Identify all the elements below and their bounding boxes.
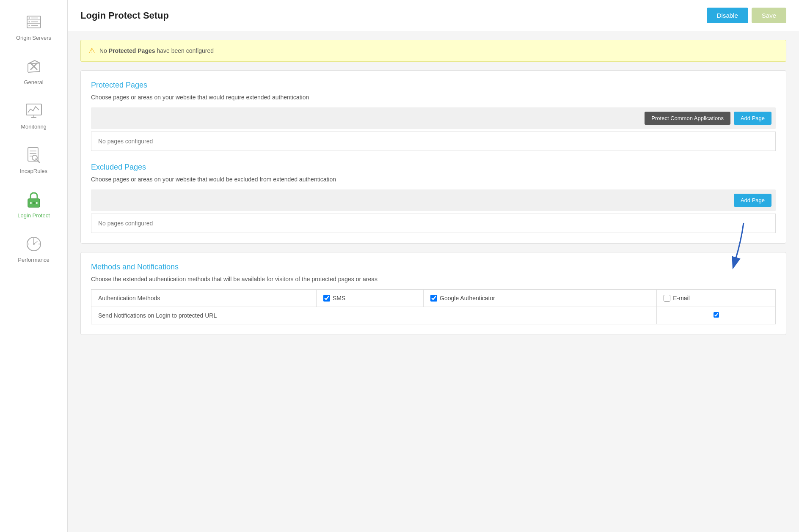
- auth-methods-label: Authentication Methods: [91, 290, 317, 307]
- sidebar-item-origin-servers[interactable]: Origin Servers: [0, 4, 67, 49]
- google-auth-label[interactable]: Google Authenticator: [430, 295, 650, 302]
- sidebar: Origin Servers General: [0, 0, 68, 532]
- warning-banner: ⚠ No Protected Pages have been configure…: [80, 40, 786, 62]
- warning-icon: ⚠: [88, 46, 95, 55]
- svg-point-4: [28, 21, 30, 22]
- sidebar-label-performance: Performance: [18, 257, 49, 263]
- svg-point-3: [28, 17, 30, 19]
- svg-point-30: [36, 202, 38, 204]
- main-content: Login Protect Setup Disable Save ⚠ No Pr…: [68, 0, 799, 532]
- svg-line-14: [28, 71, 40, 72]
- email-cell: E-mail: [657, 290, 776, 307]
- svg-line-10: [35, 60, 40, 63]
- sidebar-label-login-protect: Login Protect: [17, 212, 50, 219]
- google-auth-text: Google Authenticator: [440, 295, 495, 302]
- page-title: Login Protect Setup: [80, 10, 169, 21]
- methods-notifications-desc: Choose the extended authentication metho…: [91, 276, 776, 282]
- excluded-pages-add-button[interactable]: Add Page: [734, 194, 771, 207]
- disable-button[interactable]: Disable: [707, 8, 748, 23]
- email-text: E-mail: [673, 295, 690, 302]
- protected-pages-title: Protected Pages: [91, 81, 776, 90]
- protected-pages-empty: No pages configured: [91, 132, 776, 151]
- protected-pages-card: Protected Pages Choose pages or areas on…: [80, 70, 786, 244]
- sidebar-item-login-protect[interactable]: Login Protect: [0, 182, 67, 226]
- save-button[interactable]: Save: [752, 8, 786, 23]
- send-notifications-cell: [657, 307, 776, 324]
- auth-methods-table: Authentication Methods SMS Google Authen…: [91, 289, 776, 324]
- sidebar-label-monitoring: Monitoring: [21, 123, 47, 130]
- methods-notifications-title: Methods and Notifications: [91, 263, 776, 271]
- content-area: ⚠ No Protected Pages have been configure…: [68, 31, 799, 352]
- excluded-pages-toolbar: Add Page: [91, 189, 776, 211]
- methods-notifications-card: Methods and Notifications Choose the ext…: [80, 252, 786, 335]
- svg-point-28: [30, 202, 32, 204]
- general-icon: [24, 56, 44, 77]
- warning-text: No Protected Pages have been configured: [99, 47, 214, 54]
- sidebar-item-monitoring[interactable]: Monitoring: [0, 93, 67, 137]
- google-auth-checkbox[interactable]: [430, 295, 437, 302]
- protected-pages-add-button[interactable]: Add Page: [734, 112, 771, 125]
- performance-icon: [24, 234, 44, 254]
- sidebar-item-performance[interactable]: Performance: [0, 226, 67, 271]
- sidebar-label-incap-rules: IncapRules: [20, 168, 47, 174]
- svg-point-5: [28, 25, 30, 26]
- header-actions: Disable Save: [707, 8, 786, 23]
- svg-point-33: [33, 243, 35, 245]
- svg-point-31: [33, 202, 35, 204]
- sidebar-item-general[interactable]: General: [0, 49, 67, 93]
- auth-methods-row: Authentication Methods SMS Google Authen…: [91, 290, 776, 307]
- excluded-pages-empty: No pages configured: [91, 214, 776, 233]
- sidebar-label-general: General: [24, 79, 43, 85]
- email-label[interactable]: E-mail: [664, 295, 769, 302]
- protected-pages-toolbar: Protect Common Applications Add Page: [91, 107, 776, 129]
- warning-bold-text: Protected Pages: [109, 47, 155, 54]
- excluded-pages-desc: Choose pages or areas on your website th…: [91, 176, 776, 183]
- sms-label[interactable]: SMS: [323, 295, 416, 302]
- send-notifications-row: Send Notifications on Login to protected…: [91, 307, 776, 324]
- incap-rules-icon: [24, 145, 44, 165]
- protect-common-button[interactable]: Protect Common Applications: [645, 112, 730, 125]
- sidebar-label-origin-servers: Origin Servers: [16, 35, 51, 41]
- sms-checkbox[interactable]: [323, 295, 330, 302]
- origin-servers-icon: [24, 12, 44, 32]
- send-notifications-checkbox[interactable]: [714, 312, 719, 318]
- page-header: Login Protect Setup Disable Save: [68, 0, 799, 31]
- email-checkbox[interactable]: [664, 295, 670, 302]
- monitoring-icon: [24, 101, 44, 121]
- sidebar-item-incap-rules[interactable]: IncapRules: [0, 137, 67, 182]
- google-auth-cell: Google Authenticator: [424, 290, 657, 307]
- login-protect-icon: [24, 189, 44, 210]
- excluded-pages-title: Excluded Pages: [91, 163, 776, 172]
- sms-cell: SMS: [316, 290, 423, 307]
- sms-text: SMS: [333, 295, 345, 302]
- protected-pages-desc: Choose pages or areas on your website th…: [91, 94, 776, 101]
- send-notifications-label: Send Notifications on Login to protected…: [91, 307, 657, 324]
